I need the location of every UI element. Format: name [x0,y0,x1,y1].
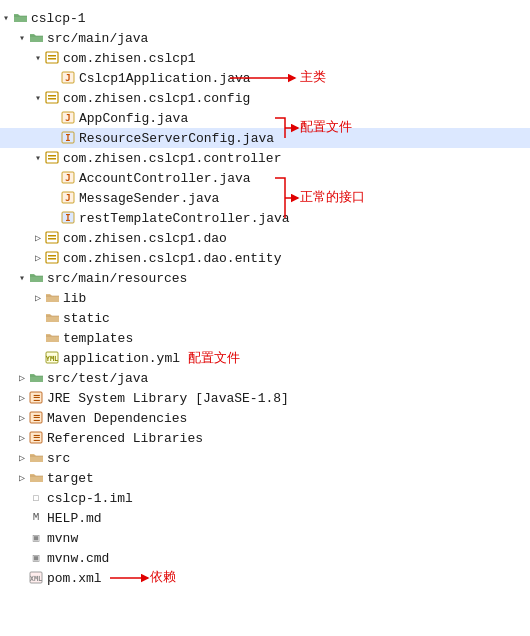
package-icon [44,51,60,65]
item-label: src/main/java [47,31,148,46]
file-resttemplate[interactable]: I restTemplateController.java [0,208,530,228]
svg-text:YML: YML [46,355,59,363]
lib-icon: ☰ [28,411,44,425]
svg-rect-28 [46,252,58,263]
package-icon [44,251,60,265]
lib-icon: ☰ [28,431,44,445]
folder-src-icon [28,31,44,45]
svg-rect-26 [48,235,56,237]
project-tree: ▾ cslcp-1▾ src/main/java▾ com.zhisen.csl… [0,0,530,596]
svg-text:I: I [65,133,70,143]
svg-text:☰: ☰ [33,414,40,423]
svg-text:☰: ☰ [33,394,40,403]
java-icon: I [60,131,76,145]
item-label: com.zhisen.cslcp1.config [63,91,250,106]
folder-src-icon [12,11,28,25]
item-label: target [47,471,94,486]
item-label: Cslcp1Application.java [79,71,251,86]
svg-text:XML: XML [30,575,43,583]
file-pom[interactable]: XML pom.xml [0,568,530,588]
item-label: mvnw [47,531,78,546]
item-label: pom.xml [47,571,102,586]
file-mvnw[interactable]: ▣mvnw [0,528,530,548]
file-app[interactable]: J Cslcp1Application.java [0,68,530,88]
item-label: cslcp-1 [31,11,86,26]
item-label: com.zhisen.cslcp1 [63,51,196,66]
mvnw-icon: ▣ [28,531,44,545]
file-msgsender[interactable]: J MessageSender.java [0,188,530,208]
item-label: cslcp-1.iml [47,491,133,506]
item-label: mvnw.cmd [47,551,109,566]
svg-rect-5 [48,55,56,57]
jre-lib[interactable]: ▷ ☰ JRE System Library [JavaSE-1.8] [0,388,530,408]
item-label: application.yml [63,351,180,366]
package-icon [44,91,60,105]
item-label: lib [63,291,86,306]
item-label: com.zhisen.cslcp1.dao.entity [63,251,281,266]
pkg-config[interactable]: ▾ com.zhisen.cslcp1.config [0,88,530,108]
svg-rect-9 [46,92,58,103]
maven-dep[interactable]: ▷ ☰ Maven Dependencies [0,408,530,428]
yaml-config-label: 配置文件 [188,349,240,367]
folder-icon [28,451,44,465]
item-label: com.zhisen.cslcp1.controller [63,151,281,166]
folder-icon [28,471,44,485]
file-iml[interactable]: ◻cslcp-1.iml [0,488,530,508]
package-icon [44,231,60,245]
svg-text:I: I [65,213,70,223]
pkg-dao-entity[interactable]: ▷ com.zhisen.cslcp1.dao.entity [0,248,530,268]
file-account[interactable]: J AccountController.java [0,168,530,188]
file-resourceconfig[interactable]: I ResourceServerConfig.java [0,128,530,148]
item-label: templates [63,331,133,346]
java-icon: J [60,171,76,185]
folder-src-icon [28,271,44,285]
xml-icon: XML [28,571,44,585]
package-icon [44,151,60,165]
folder-icon [44,331,60,345]
pkg-dao[interactable]: ▷ com.zhisen.cslcp1.dao [0,228,530,248]
svg-text:J: J [65,73,70,83]
pkg-cslcp1[interactable]: ▾ com.zhisen.cslcp1 [0,48,530,68]
svg-rect-30 [48,258,56,260]
svg-text:☰: ☰ [33,434,40,443]
item-label: HELP.md [47,511,102,526]
item-label: JRE System Library [JavaSE-1.8] [47,391,289,406]
svg-rect-10 [48,95,56,97]
item-label: src/test/java [47,371,148,386]
file-yaml[interactable]: YML application.yml配置文件 [0,348,530,368]
pkg-controller[interactable]: ▾ com.zhisen.cslcp1.controller [0,148,530,168]
file-mvnw-cmd[interactable]: ▣mvnw.cmd [0,548,530,568]
folder-static[interactable]: static [0,308,530,328]
svg-rect-6 [48,58,56,60]
java-icon: J [60,71,76,85]
folder-src[interactable]: ▷ src [0,448,530,468]
svg-rect-27 [48,238,56,240]
svg-rect-11 [48,98,56,100]
item-label: MessageSender.java [79,191,219,206]
folder-icon [44,311,60,325]
item-label: static [63,311,110,326]
cslcp1-root[interactable]: ▾ cslcp-1 [0,8,530,28]
file-appconfig[interactable]: J AppConfig.java [0,108,530,128]
svg-rect-18 [48,158,56,160]
folder-icon [44,291,60,305]
svg-rect-4 [46,52,58,63]
item-label: AppConfig.java [79,111,188,126]
file-help[interactable]: MHELP.md [0,508,530,528]
ref-lib[interactable]: ▷ ☰ Referenced Libraries [0,428,530,448]
svg-rect-16 [46,152,58,163]
item-label: AccountController.java [79,171,251,186]
java-icon: J [60,191,76,205]
item-label: com.zhisen.cslcp1.dao [63,231,227,246]
item-label: Maven Dependencies [47,411,187,426]
folder-target[interactable]: ▷ target [0,468,530,488]
folder-templates[interactable]: templates [0,328,530,348]
yaml-icon: YML [44,351,60,365]
item-label: restTemplateController.java [79,211,290,226]
src-main-java[interactable]: ▾ src/main/java [0,28,530,48]
folder-src-icon [28,371,44,385]
src-test-java[interactable]: ▷ src/test/java [0,368,530,388]
src-main-res[interactable]: ▾ src/main/resources [0,268,530,288]
folder-lib[interactable]: ▷ lib [0,288,530,308]
lib-icon: ☰ [28,391,44,405]
